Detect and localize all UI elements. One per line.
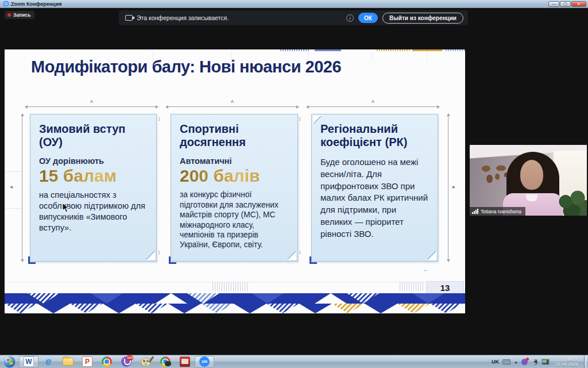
dimension-arrow: ▸ [452, 184, 455, 190]
info-icon[interactable]: i [346, 14, 354, 22]
language-indicator[interactable]: UK [492, 359, 499, 365]
keyboard-icon[interactable] [502, 359, 510, 365]
ok-button[interactable]: ОК [358, 13, 378, 23]
slide-title: Модифікатори балу: Нові нюанси 2026 [31, 57, 444, 76]
taskbar-item-chrome-2[interactable] [156, 356, 175, 368]
minimize-button[interactable]: — [548, 1, 559, 7]
word-icon: W [24, 356, 34, 367]
card-body: на спеціальностях з особливою підтримкою… [39, 190, 149, 233]
slide-top-decor [315, 49, 341, 51]
card-intro: Автоматичні [180, 156, 290, 166]
taskbar-item-word[interactable]: W [19, 356, 38, 368]
paint-icon [141, 358, 151, 366]
card-sport-achievements: Спортивні досягнення Автоматичні 200 бал… [171, 114, 298, 262]
recording-label: Запись [13, 12, 30, 18]
card-highlight: 200 балів [180, 166, 290, 185]
card-heading: Регіональний коефіцієнт (РК) [320, 122, 430, 149]
viber-tray-icon[interactable] [521, 359, 528, 365]
card-body: Буде оголошено на межі весни/літа. Для п… [320, 156, 430, 240]
dimension-line [25, 106, 158, 107]
participant-face [520, 160, 543, 190]
show-hidden-icons[interactable]: ▲ [514, 360, 518, 364]
recording-banner: Эта конференция записывается. i ОК Выйти… [119, 10, 468, 25]
taskbar-item-viber[interactable]: 115 [117, 356, 136, 368]
audio-signal-icon [472, 209, 478, 214]
recording-indicator: Запись [5, 11, 34, 19]
gap-indicator: ↕ [158, 116, 161, 122]
card-winter-admission: Зимовий вступ (ОУ) ОУ дорівнюють 15 бала… [30, 114, 157, 262]
taskbar-item-zoom[interactable]: zm [195, 356, 214, 368]
recording-banner-text: Эта конференция записывается. [137, 14, 229, 21]
powerpoint-icon: P [82, 356, 92, 367]
slide-top-decor [280, 49, 310, 51]
tray-date: 22.04.2026 [555, 362, 578, 367]
taskbar-item-powerpoint[interactable]: P [78, 356, 97, 368]
slide-top-decor [446, 49, 465, 51]
zoom-icon: zm [199, 356, 210, 367]
network-icon[interactable] [541, 359, 550, 365]
zoom-app-icon [3, 1, 9, 6]
close-button[interactable]: ✕ [571, 1, 586, 7]
gap-indicator: ↕ [299, 250, 301, 255]
start-button[interactable] [3, 356, 16, 368]
dimension-line [166, 106, 299, 107]
taskbar-item-chrome[interactable] [97, 356, 117, 368]
participant-video-tile[interactable]: Tetiana Ivanishena [470, 145, 587, 216]
folder-icon [63, 358, 74, 366]
card-highlight: 15 балам [39, 166, 149, 185]
taskbar-item-file-explorer[interactable] [58, 356, 78, 368]
taskbar-item-internet-explorer[interactable]: e [38, 356, 58, 368]
tick-marks [400, 282, 425, 291]
screen-record-icon [125, 15, 133, 21]
meeting-stage: Запись Эта конференция записывается. i О… [0, 8, 588, 355]
show-desktop-button[interactable] [584, 355, 587, 368]
participant-name: Tetiana Ivanishena [481, 209, 521, 214]
card-body: за конкурс фізичної підготовки для заслу… [180, 190, 290, 250]
dimension-label: A [25, 99, 158, 104]
tray-time: 16:21 [555, 356, 578, 362]
slide-top-decor [412, 49, 442, 51]
window-title: Zoom Конференция [11, 1, 61, 7]
card-intro: ОУ дорівнюють [39, 156, 149, 166]
gap-indicator: ↔ [423, 267, 428, 273]
chrome-icon [102, 356, 112, 367]
card-regional-coefficient: Регіональний коефіцієнт (РК) Буде оголош… [311, 114, 438, 262]
folded-corner-icon [313, 116, 321, 124]
slide-top-decor [377, 49, 411, 51]
red-app-icon [180, 356, 190, 367]
participant-collar [526, 194, 537, 201]
page-number-box: 13 [426, 281, 464, 294]
tick-marks [212, 282, 248, 292]
corner-bracket-icon [169, 256, 176, 264]
taskbar-item-red-app[interactable] [175, 356, 195, 368]
corner-bracket-icon [28, 256, 36, 264]
clock[interactable]: 16:21 22.04.2026 [553, 356, 581, 367]
internet-explorer-icon: e [45, 355, 52, 368]
folded-corner-icon [288, 251, 296, 260]
dimension-label: A [166, 99, 299, 104]
window-titlebar: Zoom Конференция — ▢ ✕ [0, 0, 588, 8]
gap-indicator: ↕ [299, 116, 301, 122]
viber-badge: 115 [126, 355, 133, 361]
card-heading: Зимовий вступ (ОУ) [39, 122, 149, 149]
mouse-cursor [62, 202, 69, 213]
chrome-badge [165, 361, 171, 366]
dimension-line [22, 114, 22, 262]
taskbar-item-paint[interactable] [136, 356, 156, 368]
participant-name-label: Tetiana Ivanishena [470, 207, 525, 216]
maximize-button[interactable]: ▢ [560, 1, 571, 7]
corner-bracket-icon [310, 256, 317, 264]
card-heading: Спортивні досягнення [180, 122, 290, 149]
volume-icon[interactable] [531, 359, 537, 364]
dimension-line [307, 106, 439, 107]
slide-bottom-pattern [5, 293, 465, 313]
grid-line [5, 171, 22, 172]
shared-screen-slide: Модифікатори балу: Нові нюанси 2026 A A … [5, 49, 465, 313]
folded-corner-icon [146, 251, 155, 260]
folded-corner-icon [428, 251, 436, 260]
windows-logo-icon [7, 359, 13, 365]
leave-meeting-button[interactable]: Выйти из конференции [382, 13, 463, 24]
dimension-label: A [307, 99, 439, 104]
dimension-line [448, 114, 448, 262]
system-tray: UK ▲ 16:21 22.04.2026 [492, 355, 588, 368]
